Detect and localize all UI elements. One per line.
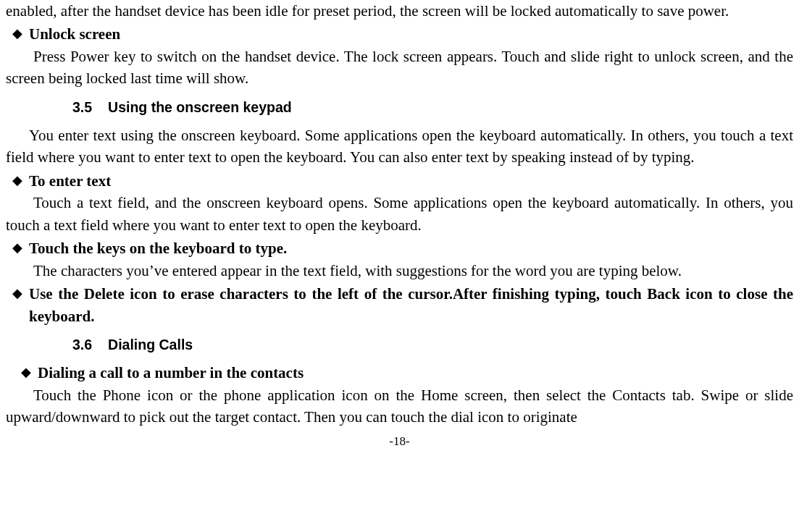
heading-3-6: 3.6 Dialing Calls [72, 334, 793, 355]
bullet-dialing-contacts-label: Dialing a call to a number in the contac… [38, 362, 793, 384]
heading-3-5: 3.5 Using the onscreen keypad [72, 97, 793, 117]
enter-text-body: Touch a text field, and the onscreen key… [6, 192, 793, 236]
bullet-dialing-contacts: ◆ Dialing a call to a number in the cont… [14, 362, 793, 384]
heading-3-5-text: Using the onscreen keypad [108, 97, 292, 117]
bullet-use-delete: ◆ Use the Delete icon to erase character… [6, 283, 793, 327]
page-number: -18- [6, 433, 793, 451]
diamond-icon: ◆ [6, 237, 29, 258]
bullet-unlock-screen: ◆ Unlock screen [6, 23, 793, 45]
bullet-touch-keys: ◆ Touch the keys on the keyboard to type… [6, 237, 793, 259]
touch-keys-body: The characters you’ve entered appear in … [6, 260, 793, 282]
onscreen-intro: You enter text using the onscreen keyboa… [6, 124, 793, 169]
diamond-icon: ◆ [14, 362, 38, 383]
bullet-unlock-screen-label: Unlock screen [29, 23, 793, 45]
heading-3-6-number: 3.6 [72, 334, 92, 355]
diamond-icon: ◆ [6, 23, 29, 44]
bullet-to-enter-text: ◆ To enter text [6, 170, 793, 192]
dialing-body: Touch the Phone icon or the phone applic… [6, 384, 793, 428]
heading-3-6-text: Dialing Calls [108, 334, 193, 355]
intro-paragraph: enabled, after the handset device has be… [6, 0, 793, 22]
bullet-use-delete-label: Use the Delete icon to erase characters … [29, 283, 793, 327]
diamond-icon: ◆ [6, 170, 29, 191]
diamond-icon: ◆ [6, 283, 29, 304]
unlock-screen-body: Press Power key to switch on the handset… [6, 46, 793, 90]
bullet-touch-keys-label: Touch the keys on the keyboard to type. [29, 237, 793, 259]
bullet-to-enter-text-label: To enter text [29, 170, 793, 192]
heading-3-5-number: 3.5 [72, 97, 92, 117]
